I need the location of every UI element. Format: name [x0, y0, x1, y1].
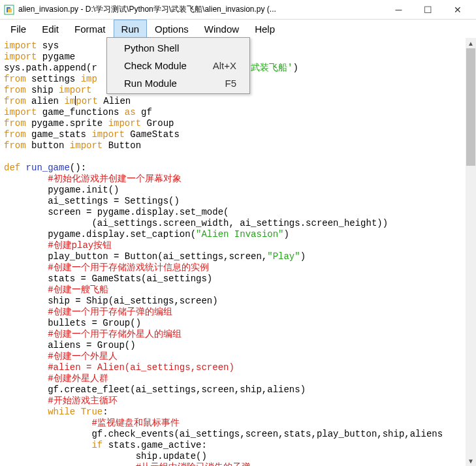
window-controls: ─ ☐ ✕	[384, 1, 472, 19]
app-icon	[4, 5, 14, 15]
code-line: gf.check_events(ai_settings,screen,stats…	[4, 429, 472, 440]
menu-item-label: Python Shell	[124, 42, 179, 54]
maximize-button[interactable]: ☐	[413, 1, 443, 19]
code-line: #创建一艘飞船	[4, 285, 472, 296]
menu-item-python-shell[interactable]: Python Shell	[108, 39, 248, 57]
menu-format[interactable]: Format	[67, 20, 114, 38]
title-bar: alien_invasion.py - D:\学习测试\Python学习\武装飞…	[0, 0, 476, 20]
menu-file[interactable]: File	[3, 20, 34, 38]
code-line: ai_settings = Settings()	[4, 196, 472, 207]
code-line: #创建一个外星人	[4, 351, 472, 362]
code-line: def run_game():	[4, 163, 472, 174]
code-line: bullets = Group()	[4, 318, 472, 329]
code-line	[4, 151, 472, 163]
menu-item-check-module[interactable]: Check ModuleAlt+X	[108, 57, 248, 74]
close-button[interactable]: ✕	[443, 1, 472, 19]
code-line: ship.update()	[4, 451, 472, 462]
menu-help[interactable]: Help	[247, 20, 283, 38]
code-line: pygame.display.set_caption("Alien Invasi…	[4, 229, 472, 240]
code-line: if stats.game_active:	[4, 440, 472, 451]
code-line: from pygame.sprite import Group	[4, 118, 472, 129]
code-line: play_button = Button(ai_settings,screen,…	[4, 251, 472, 262]
code-line: #创建一个用于存储外星人的编组	[4, 329, 472, 340]
menu-item-shortcut: F5	[225, 78, 236, 89]
code-line: stats = GameStats(ai_settings)	[4, 273, 472, 285]
code-line: from game_stats import GameStats	[4, 129, 472, 140]
code-line: pygame.init()	[4, 185, 472, 196]
code-line: from alien import Alien	[4, 96, 472, 107]
code-line: aliens = Group()	[4, 340, 472, 351]
scroll-up-arrow[interactable]: ▲	[466, 38, 476, 48]
code-line: #从元组中消除已消失的子弹	[4, 462, 472, 466]
code-line: gf.create_fleet(ai_settings,screen,ship,…	[4, 384, 472, 396]
menu-options[interactable]: Options	[147, 20, 197, 38]
code-line: from button import Button	[4, 140, 472, 151]
run-menu-dropdown: Python ShellCheck ModuleAlt+XRun ModuleF…	[106, 37, 250, 94]
menu-item-run-module[interactable]: Run ModuleF5	[108, 74, 248, 92]
menu-item-label: Check Module	[124, 60, 187, 71]
menu-item-label: Run Module	[124, 78, 177, 89]
code-line: ship = Ship(ai_settings,screen)	[4, 296, 472, 307]
code-line: screen = pygame.display.set_mode(	[4, 207, 472, 218]
menu-edit[interactable]: Edit	[34, 20, 67, 38]
code-line: #创建外星人群	[4, 373, 472, 384]
code-line: (ai_settings.screen_width, ai_settings.s…	[4, 218, 472, 229]
code-line: #创建一个用于存储游戏统计信息的实例	[4, 262, 472, 273]
menu-window[interactable]: Window	[197, 20, 247, 38]
menu-item-shortcut: Alt+X	[213, 60, 236, 71]
code-line: import game_functions as gf	[4, 107, 472, 118]
vertical-scrollbar[interactable]: ▲ ▼	[466, 38, 476, 466]
scroll-thumb[interactable]	[466, 48, 475, 166]
code-line: #alien = Alien(ai_settings,screen)	[4, 362, 472, 373]
code-line: #开始游戏主循环	[4, 396, 472, 407]
menu-run[interactable]: Run	[114, 20, 148, 38]
scroll-down-arrow[interactable]: ▼	[466, 456, 476, 466]
menu-bar: FileEditFormatRunOptionsWindowHelp	[0, 20, 476, 38]
code-line: #监视键盘和鼠标事件	[4, 418, 472, 429]
minimize-button[interactable]: ─	[384, 1, 413, 19]
code-line: #初始化游戏并创建一个屏幕对象	[4, 174, 472, 185]
code-line: #创建play按钮	[4, 240, 472, 251]
code-line: while True:	[4, 407, 472, 418]
text-cursor	[75, 96, 76, 105]
code-line: #创建一个用于存储子弹的编组	[4, 307, 472, 318]
code-editor[interactable]: import sysimport pygamesys.path.append(r…	[0, 38, 476, 466]
window-title: alien_invasion.py - D:\学习测试\Python学习\武装飞…	[18, 4, 384, 15]
